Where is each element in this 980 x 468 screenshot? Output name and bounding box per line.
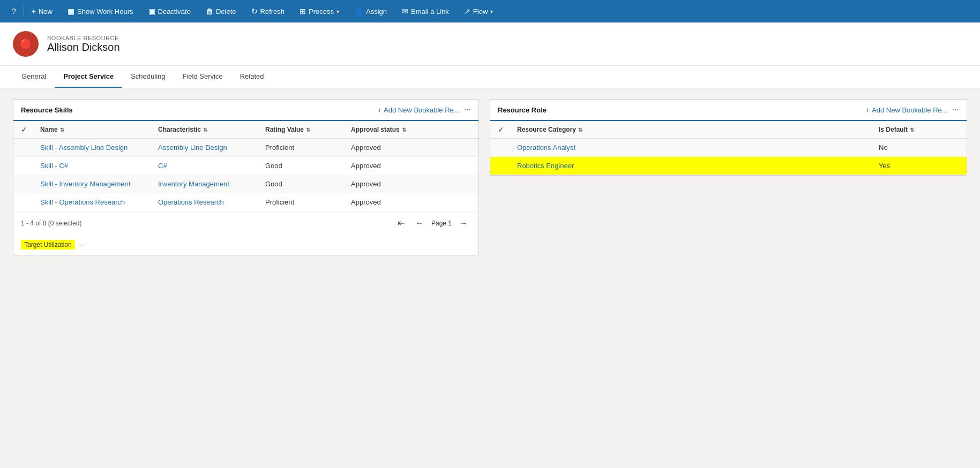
avatar: 🔴 [13, 31, 39, 57]
target-utilization-label: Target Utilization [21, 240, 75, 250]
refresh-icon: ↻ [251, 7, 258, 16]
resource-role-panel: Resource Role + Add New Bookable Re... ·… [490, 99, 967, 176]
first-page-button[interactable]: ⇤ [394, 217, 408, 229]
role-category-cell[interactable]: Robotics Engineer [517, 162, 879, 170]
resource-skills-header: Resource Skills + Add New Bookable Re...… [13, 100, 478, 121]
delete-icon: 🗑 [206, 7, 213, 16]
skill-name-cell[interactable]: Skill - Inventory Management [40, 180, 158, 188]
prev-page-button[interactable]: ← [412, 217, 427, 229]
table-row[interactable]: Skill - C# C# Good Approved [13, 157, 478, 175]
role-isdefault-cell: Yes [879, 162, 943, 170]
table-row[interactable]: Skill - Operations Research Operations R… [13, 193, 478, 212]
role-category-sort-icon: ⇅ [578, 127, 582, 133]
process-icon: ⊞ [300, 7, 306, 16]
skill-rating-cell: Proficient [265, 198, 351, 206]
refresh-button[interactable]: ↻ Refresh [244, 0, 293, 22]
role-column-headers: ✓ Resource Category ⇅ Is Default ⇅ [490, 121, 967, 139]
tab-scheduling[interactable]: Scheduling [122, 66, 174, 88]
process-dropdown-icon: ▾ [336, 9, 339, 14]
resource-role-header: Resource Role + Add New Bookable Re... ·… [490, 100, 967, 121]
role-category-cell[interactable]: Operations Analyst [517, 144, 879, 152]
role-isdefault-col-header[interactable]: Is Default ⇅ [879, 126, 943, 133]
role-isdefault-cell: No [879, 144, 943, 152]
deactivate-icon: ▣ [148, 7, 155, 16]
flow-icon: ↗ [464, 7, 470, 16]
skills-name-col-header[interactable]: Name ⇅ [40, 126, 158, 133]
email-a-link-button[interactable]: ✉ Email a Link [394, 0, 457, 22]
role-table-body: Operations Analyst No Robotics Engineer … [490, 139, 967, 175]
skill-characteristic-cell[interactable]: Operations Research [158, 198, 265, 206]
add-skill-icon: + [377, 106, 381, 114]
resource-role-more-button[interactable]: ··· [952, 105, 959, 115]
skill-approval-cell: Approved [351, 198, 471, 206]
tab-project-service[interactable]: Project Service [55, 66, 122, 88]
tab-related[interactable]: Related [231, 66, 273, 88]
record-title: Allison Dickson [47, 41, 120, 54]
skills-approval-sort-icon: ⇅ [402, 127, 406, 133]
flow-button[interactable]: ↗ Flow ▾ [457, 0, 500, 22]
role-isdefault-sort-icon: ⇅ [910, 127, 914, 133]
add-role-icon: + [865, 106, 870, 114]
skill-characteristic-cell[interactable]: C# [158, 162, 265, 170]
new-icon: + [32, 7, 36, 16]
resource-role-title: Resource Role [498, 106, 861, 114]
skills-select-all-checkbox[interactable]: ✓ [21, 125, 40, 134]
flow-dropdown-icon: ▾ [490, 9, 493, 14]
add-new-role-button[interactable]: + Add New Bookable Re... [865, 106, 947, 114]
skills-pagination: 1 - 4 of 8 (0 selected) ⇤ ← Page 1 → [13, 212, 478, 235]
tab-general[interactable]: General [13, 66, 55, 88]
target-utilization-value: --- [79, 241, 86, 248]
skill-name-cell[interactable]: Skill - Operations Research [40, 198, 158, 206]
process-button[interactable]: ⊞ Process ▾ [292, 0, 347, 22]
resource-skills-actions: + Add New Bookable Re... ··· [377, 105, 471, 115]
skill-approval-cell: Approved [351, 144, 471, 152]
show-work-hours-button[interactable]: ▦ Show Work Hours [60, 0, 141, 22]
tabs-bar: General Project Service Scheduling Field… [0, 66, 980, 88]
skill-characteristic-cell[interactable]: Assembly Line Design [158, 144, 265, 152]
resource-role-actions: + Add New Bookable Re... ··· [865, 105, 959, 115]
skill-rating-cell: Good [265, 180, 351, 188]
table-row[interactable]: Skill - Assembly Line Design Assembly Li… [13, 139, 478, 157]
table-row[interactable]: Skill - Inventory Management Inventory M… [13, 175, 478, 193]
skills-rating-col-header[interactable]: Rating Value ⇅ [265, 126, 351, 133]
skills-table-body: Skill - Assembly Line Design Assembly Li… [13, 139, 478, 212]
skills-characteristic-sort-icon: ⇅ [203, 127, 207, 133]
avatar-icon: 🔴 [20, 38, 32, 50]
skill-approval-cell: Approved [351, 180, 471, 188]
email-icon: ✉ [402, 7, 408, 16]
record-type-label: BOOKABLE RESOURCE [47, 35, 120, 41]
current-page-label: Page 1 [431, 220, 452, 227]
skills-rating-sort-icon: ⇅ [306, 127, 310, 133]
skill-name-cell[interactable]: Skill - Assembly Line Design [40, 144, 158, 152]
new-button[interactable]: + New [24, 0, 60, 22]
toolbar: ? + New ▦ Show Work Hours ▣ Deactivate 🗑… [0, 0, 980, 22]
header-text: BOOKABLE RESOURCE Allison Dickson [47, 35, 120, 54]
resource-skills-panel: Resource Skills + Add New Bookable Re...… [13, 99, 479, 255]
assign-icon: 👤 [354, 7, 363, 16]
show-work-hours-icon: ▦ [68, 7, 74, 16]
tab-field-service[interactable]: Field Service [174, 66, 231, 88]
help-icon: ? [12, 7, 16, 16]
target-utilization-section: Target Utilization --- [13, 235, 478, 255]
assign-button[interactable]: 👤 Assign [347, 0, 394, 22]
deactivate-button[interactable]: ▣ Deactivate [141, 0, 198, 22]
skill-rating-cell: Good [265, 162, 351, 170]
delete-button[interactable]: 🗑 Delete [198, 0, 244, 22]
skill-name-cell[interactable]: Skill - C# [40, 162, 158, 170]
skills-approval-col-header[interactable]: Approval status ⇅ [351, 126, 471, 133]
role-select-all-checkbox[interactable]: ✓ [498, 125, 517, 134]
main-content: Resource Skills + Add New Bookable Re...… [0, 88, 980, 266]
add-new-skill-button[interactable]: + Add New Bookable Re... [377, 106, 459, 114]
role-category-col-header[interactable]: Resource Category ⇅ [517, 126, 879, 133]
skills-characteristic-col-header[interactable]: Characteristic ⇅ [158, 126, 265, 133]
resource-skills-more-button[interactable]: ··· [464, 105, 471, 115]
help-button[interactable]: ? [4, 0, 24, 22]
skill-approval-cell: Approved [351, 162, 471, 170]
skill-characteristic-cell[interactable]: Inventory Management [158, 180, 265, 188]
resource-skills-title: Resource Skills [21, 106, 373, 114]
next-page-button[interactable]: → [456, 217, 471, 229]
skills-pagination-info: 1 - 4 of 8 (0 selected) [21, 220, 390, 227]
table-row[interactable]: Robotics Engineer Yes [490, 157, 967, 175]
table-row[interactable]: Operations Analyst No [490, 139, 967, 157]
record-header: 🔴 BOOKABLE RESOURCE Allison Dickson [0, 22, 980, 66]
